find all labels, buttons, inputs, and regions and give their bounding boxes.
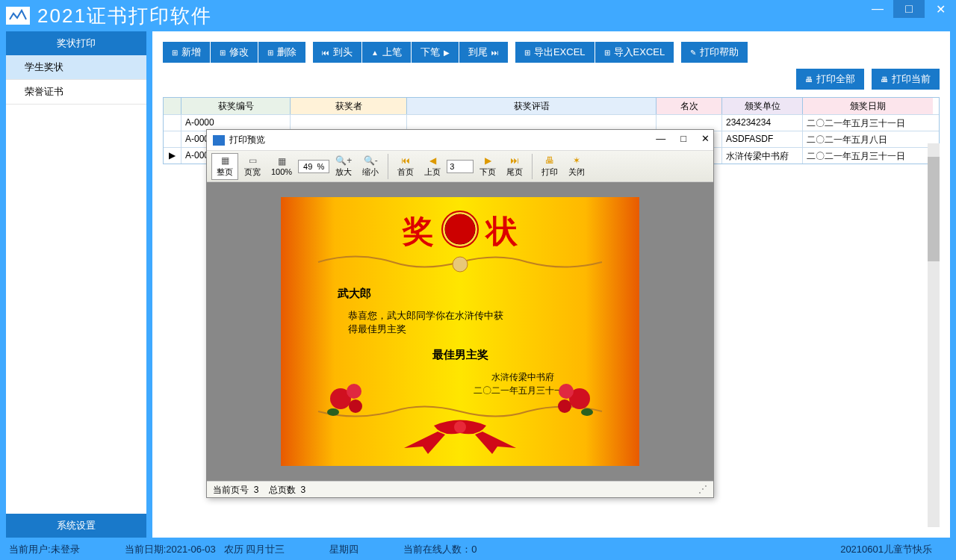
svg-point-6 [559, 384, 574, 399]
maximize-button[interactable]: □ [893, 0, 925, 18]
svg-point-8 [581, 408, 593, 416]
zoomin-icon: 🔍+ [335, 155, 352, 166]
next-page-button[interactable]: ▶下页 [475, 154, 500, 179]
prev-icon: ▲ [371, 49, 379, 57]
first-icon: ⏮ [322, 49, 329, 57]
cert-award: 最佳男主奖 [281, 348, 639, 362]
delete-button[interactable]: ⊞删除 [258, 42, 305, 63]
status-date: 当前日期:2021-06-03 农历 四月廿三 [125, 543, 285, 556]
prev-button[interactable]: ▲上笔 [362, 42, 411, 63]
svg-point-9 [454, 421, 466, 433]
width-icon: ▭ [249, 155, 257, 166]
toolbar: ⊞新增 ⊞修改 ⊞删除 ⏮到头 ▲上笔 下笔▶ 到尾⏭ ⊞导出EXCEL ⊞导入… [163, 42, 940, 63]
whole-page-button[interactable]: ▦整页 [211, 153, 238, 180]
preview-statusbar: 当前页号 3 总页数 3 ⋰ [207, 481, 713, 497]
cert-body: 恭喜您，武大郎同学你在水浒传中获得最佳男主奖 [348, 309, 512, 336]
export-button[interactable]: ⊞导出EXCEL [515, 42, 595, 63]
last-icon: ⏭ [491, 49, 499, 57]
prev-page-button[interactable]: ◀上页 [420, 154, 445, 179]
window-controls: — □ ✕ [862, 0, 956, 18]
first-page-button[interactable]: ⏮首页 [393, 154, 418, 179]
svg-point-2 [347, 384, 361, 399]
resize-grip-icon[interactable]: ⋰ [698, 484, 707, 495]
new-button[interactable]: ⊞新增 [163, 42, 210, 63]
sidebar-item-student-award[interactable]: 学生奖状 [6, 55, 146, 80]
status-message: 20210601儿童节快乐 [840, 543, 932, 556]
svg-point-7 [558, 399, 571, 413]
first-button[interactable]: ⏮到头 [313, 42, 361, 63]
next-icon: ▶ [444, 49, 450, 57]
grid-header-id[interactable]: 获奖编号 [181, 98, 291, 114]
status-online: 当前在线人数：0 [403, 543, 477, 556]
preview-title: 打印预览 [229, 134, 265, 146]
grid-header-marker[interactable] [164, 98, 181, 114]
grid-header-comment[interactable]: 获奖评语 [407, 98, 657, 114]
flower-left-icon [326, 376, 370, 421]
grid-header-date[interactable]: 颁奖日期 [803, 98, 933, 114]
sidebar-settings[interactable]: 系统设置 [6, 514, 146, 538]
prev-icon: ◀ [429, 155, 436, 166]
preview-maximize-button[interactable]: □ [680, 133, 686, 144]
app-title: 2021证书打印软件 [37, 3, 212, 29]
svg-point-0 [453, 257, 468, 272]
ribbon-icon [382, 411, 538, 455]
certificate: 奖 状 武大郎 恭喜您，武大郎同学你在水浒传中获得最佳男主奖 最佳男主奖 水浒传… [281, 197, 639, 466]
print-icon: 🖶 [881, 75, 888, 84]
cert-name: 武大郎 [338, 287, 371, 301]
export-icon: ⊞ [524, 49, 530, 57]
grid-icon: ⊞ [267, 49, 273, 57]
help-button[interactable]: ✎打印帮助 [681, 42, 748, 63]
help-icon: ✎ [690, 49, 696, 57]
zoom-input[interactable] [298, 160, 329, 173]
table-row[interactable]: A-0000234234234二〇二一年五月三十一日 [164, 114, 939, 131]
page-input[interactable] [447, 160, 474, 173]
status-bar: 当前用户:未登录 当前日期:2021-06-03 农历 四月廿三 星期四 当前在… [0, 539, 956, 560]
sidebar-header[interactable]: 奖状打印 [6, 31, 146, 55]
import-icon: ⊞ [604, 49, 610, 57]
preview-minimize-button[interactable]: — [656, 133, 665, 144]
next-button[interactable]: 下笔▶ [412, 42, 459, 63]
grid-icon: ⊞ [172, 49, 178, 57]
seal-icon [441, 211, 479, 248]
print-button[interactable]: 🖶打印 [537, 154, 562, 179]
sidebar: 奖状打印 学生奖状 荣誉证书 系统设置 [6, 31, 146, 538]
preview-titlebar[interactable]: 打印预览 — □ ✕ [207, 130, 713, 151]
grid-header-name[interactable]: 获奖者 [291, 98, 407, 114]
status-user: 当前用户:未登录 [9, 543, 80, 556]
next-icon: ▶ [485, 155, 491, 166]
preview-logo-icon [213, 135, 225, 146]
cert-title-left: 奖 [403, 211, 434, 252]
sidebar-item-honor-cert[interactable]: 荣誉证书 [6, 80, 146, 105]
close-icon: ✶ [573, 155, 580, 166]
grid-header-org[interactable]: 颁奖单位 [722, 98, 803, 114]
close-preview-button[interactable]: ✶关闭 [564, 154, 589, 179]
minimize-button[interactable]: — [862, 0, 893, 18]
flower-right-icon [550, 376, 595, 421]
preview-canvas[interactable]: 奖 状 武大郎 恭喜您，武大郎同学你在水浒传中获得最佳男主奖 最佳男主奖 水浒传… [207, 182, 713, 481]
zoom-100-button[interactable]: ▦100% [267, 155, 297, 178]
svg-point-3 [349, 399, 362, 413]
last-page-button[interactable]: ⏭尾页 [502, 154, 527, 179]
svg-point-4 [327, 408, 339, 416]
title-bar: 2021证书打印软件 — □ ✕ [0, 0, 956, 31]
last-button[interactable]: 到尾⏭ [459, 42, 508, 63]
last-icon: ⏭ [510, 155, 519, 166]
preview-toolbar: ▦整页 ▭页宽 ▦100% 🔍+放大 🔍-缩小 ⏮首页 ◀上页 ▶下页 ⏭尾页 … [207, 151, 713, 182]
zoomout-icon: 🔍- [364, 155, 378, 166]
page-icon: ▦ [221, 155, 229, 166]
print-icon: 🖶 [805, 75, 813, 84]
print-all-button[interactable]: 🖶打印全部 [796, 69, 864, 90]
grid-header-rank[interactable]: 名次 [657, 98, 722, 114]
zoom-in-button[interactable]: 🔍+放大 [331, 154, 356, 179]
preview-close-button[interactable]: ✕ [701, 133, 710, 144]
grid-icon: ⊞ [220, 49, 226, 57]
printer-icon: 🖶 [545, 155, 554, 166]
close-button[interactable]: ✕ [925, 0, 956, 18]
import-button[interactable]: ⊞导入EXCEL [595, 42, 674, 63]
zoom-out-button[interactable]: 🔍-缩小 [358, 154, 383, 179]
vertical-scrollbar[interactable] [928, 143, 940, 527]
print-current-button[interactable]: 🖶打印当前 [872, 69, 940, 90]
first-icon: ⏮ [401, 155, 410, 166]
edit-button[interactable]: ⊞修改 [211, 42, 258, 63]
page-width-button[interactable]: ▭页宽 [240, 154, 265, 179]
